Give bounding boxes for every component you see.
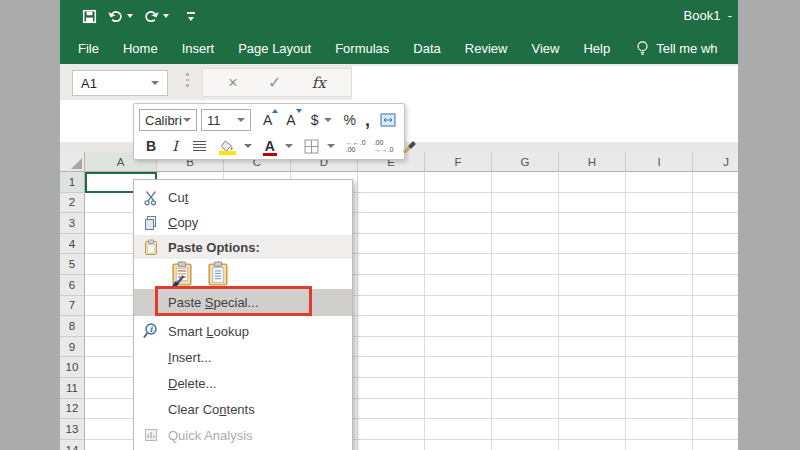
font-color-button[interactable]: A — [263, 138, 277, 154]
window-title: Book1 - — [684, 8, 732, 23]
decrease-decimal-icon: .00→→.0 — [374, 139, 394, 154]
row-header-4[interactable]: 4 — [60, 234, 85, 255]
formula-bar-buttons: × ✓ fx — [202, 68, 352, 97]
row-header-9[interactable]: 9 — [60, 337, 85, 358]
customize-quick-access-toolbar-button[interactable] — [187, 12, 195, 21]
excel-window: Book1 - File Home Insert Page Layout For… — [60, 0, 738, 450]
font-color-dropdown-icon[interactable] — [285, 144, 293, 148]
row-header-10[interactable]: 10 — [60, 357, 85, 378]
accounting-format-button[interactable]: $ — [311, 112, 319, 128]
bold-button[interactable]: B — [146, 138, 156, 154]
align-button[interactable] — [192, 140, 207, 152]
tell-me-box[interactable]: Tell me wh — [636, 40, 717, 57]
row-header-1[interactable]: 1 — [60, 172, 85, 193]
paste-keep-source-formatting-button[interactable] — [169, 261, 196, 288]
tab-home[interactable]: Home — [123, 41, 158, 56]
row-header-13[interactable]: 13 — [60, 419, 85, 440]
format-painter-button[interactable] — [402, 139, 418, 154]
italic-button[interactable]: I — [172, 138, 178, 154]
menu-item-paste-options: Paste Options: — [134, 235, 352, 259]
lightbulb-icon — [636, 40, 649, 57]
font-size-combobox[interactable]: 11 — [201, 109, 251, 131]
formula-input[interactable] — [352, 66, 738, 106]
menu-item-smart-lookup[interactable]: i Smart Lookup — [134, 318, 352, 344]
tab-file[interactable]: File — [78, 41, 99, 56]
decrease-decimal-button[interactable]: .00→→.0 — [374, 139, 394, 154]
tab-formulas[interactable]: Formulas — [335, 41, 389, 56]
row-header-5[interactable]: 5 — [60, 254, 85, 275]
increase-font-size-button[interactable]: A — [263, 112, 274, 128]
decrease-font-size-button[interactable]: A — [286, 112, 297, 128]
row-header-11[interactable]: 11 — [60, 378, 85, 399]
tell-me-label: Tell me wh — [656, 41, 717, 56]
redo-dropdown-icon[interactable] — [163, 14, 169, 18]
tab-insert[interactable]: Insert — [182, 41, 215, 56]
row-header-6[interactable]: 6 — [60, 275, 85, 296]
merge-center-icon — [379, 113, 397, 127]
row-header-2[interactable]: 2 — [60, 193, 85, 214]
redo-icon — [143, 10, 160, 23]
tab-view[interactable]: View — [531, 41, 559, 56]
paste-options-row — [134, 259, 352, 289]
accounting-format-dropdown-icon[interactable] — [324, 118, 332, 122]
quick-analysis-icon — [134, 427, 168, 443]
column-header-I[interactable]: I — [626, 152, 693, 172]
font-name-combobox[interactable]: Calibri — [139, 109, 197, 131]
menu-item-delete[interactable]: Delete... — [134, 370, 352, 396]
comma-style-button[interactable]: , — [365, 116, 370, 124]
grid-vline — [692, 172, 693, 450]
paste-button[interactable] — [205, 261, 232, 288]
menu-item-copy[interactable]: Copy — [134, 210, 352, 235]
cancel-button[interactable]: × — [228, 74, 237, 92]
tab-help[interactable]: Help — [583, 41, 610, 56]
title-bar: Book1 - — [60, 0, 738, 32]
fill-color-dropdown-icon[interactable] — [244, 144, 252, 148]
undo-button[interactable] — [107, 10, 133, 23]
fill-color-button[interactable] — [219, 140, 236, 153]
menu-item-cut[interactable]: Cut — [134, 185, 352, 210]
column-header-J[interactable]: J — [693, 152, 738, 172]
save-icon — [82, 9, 97, 24]
decrease-font-size-icon — [296, 109, 302, 113]
grid-vline — [625, 172, 626, 450]
tab-page-layout[interactable]: Page Layout — [238, 41, 311, 56]
column-header-G[interactable]: G — [492, 152, 559, 172]
name-box-value: A1 — [81, 76, 151, 91]
menu-item-insert[interactable]: Insert... — [134, 344, 352, 370]
undo-dropdown-icon[interactable] — [127, 14, 133, 18]
name-box[interactable]: A1 — [72, 70, 168, 96]
enter-button[interactable]: ✓ — [268, 73, 281, 92]
column-header-F[interactable]: F — [425, 152, 492, 172]
borders-button[interactable] — [304, 139, 319, 154]
tab-data[interactable]: Data — [413, 41, 440, 56]
row-header-8[interactable]: 8 — [60, 316, 85, 337]
row-header-12[interactable]: 12 — [60, 399, 85, 420]
clipboard-icon — [134, 239, 168, 256]
screenshot-frame: Book1 - File Home Insert Page Layout For… — [0, 0, 800, 450]
increase-decimal-icon: ←←.0.00 — [346, 139, 366, 154]
redo-button[interactable] — [143, 10, 169, 23]
insert-function-button[interactable]: fx — [312, 74, 326, 92]
grid-vline — [424, 172, 425, 450]
row-header-7[interactable]: 7 — [60, 296, 85, 317]
row-header-3[interactable]: 3 — [60, 213, 85, 234]
paste-keep-source-formatting-icon — [169, 261, 196, 288]
tab-review[interactable]: Review — [465, 41, 508, 56]
name-box-dropdown-icon[interactable] — [151, 81, 159, 85]
increase-decimal-button[interactable]: ←←.0.00 — [346, 139, 366, 154]
smart-lookup-icon: i — [134, 322, 168, 340]
column-header-H[interactable]: H — [559, 152, 626, 172]
merge-center-button[interactable] — [379, 113, 397, 127]
font-name-dropdown-icon — [183, 118, 191, 122]
row-headers: 1234567891011121314 — [60, 172, 85, 450]
format-painter-icon — [402, 139, 418, 154]
select-all-button[interactable] — [60, 152, 85, 172]
percent-style-button[interactable]: % — [343, 112, 355, 128]
grid-vline — [357, 172, 358, 450]
menu-item-clear-contents[interactable]: Clear Contents — [134, 396, 352, 422]
borders-dropdown-icon[interactable] — [327, 144, 335, 148]
row-header-14[interactable]: 14 — [60, 440, 85, 450]
mini-toolbar-row-1: Calibri 11 A A $ % , — [139, 108, 399, 132]
grid-vline — [491, 172, 492, 450]
save-button[interactable] — [82, 9, 97, 24]
